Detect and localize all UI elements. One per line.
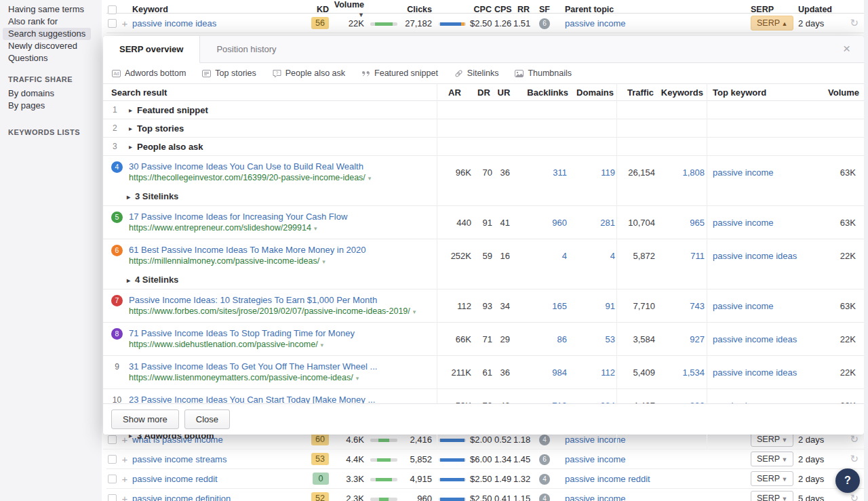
serp-toggle-button[interactable]: SERP [751,471,793,486]
col-header-ar[interactable]: AR [437,87,473,98]
backlinks-link[interactable]: 4 [562,251,567,261]
domains-link[interactable]: 119 [601,167,615,178]
row-checkbox[interactable] [108,494,117,501]
add-to-list-icon[interactable] [117,493,132,501]
sidebar-item-by-domains[interactable]: By domains [3,87,60,100]
keyword-link[interactable]: passive income reddit [132,474,295,484]
top-keyword-link[interactable]: passive income [713,167,774,178]
parent-topic-link[interactable]: passive income [565,494,626,501]
expand-arrow-icon[interactable]: ▸ [127,277,130,284]
top-keyword-link[interactable]: passive income [713,218,774,228]
add-to-list-icon[interactable] [117,18,132,29]
result-url-link[interactable]: https://thecollegeinvestor.com/16399/20-… [129,173,366,182]
serp-toggle-button[interactable]: SERP [751,452,793,466]
keywords-link[interactable]: 1,534 [682,367,705,378]
domains-link[interactable]: 112 [601,367,615,378]
col-header-rr[interactable]: RR [513,5,532,14]
top-keyword-link[interactable]: passive income ideas [713,251,797,261]
group-row-featured-snippet[interactable]: 1 ▸ Featured snippet [103,101,864,119]
top-keyword-link[interactable]: passive income ideas [713,367,797,378]
col-header-dr[interactable]: DR [473,87,495,98]
backlinks-link[interactable]: 984 [552,367,567,378]
col-header-volume[interactable]: Volume [828,87,867,98]
result-url-link[interactable]: https://www.forbes.com/sites/jrose/2019/… [129,306,410,316]
result-title-link[interactable]: 30 Passive Income Ideas You Can Use to B… [129,161,427,172]
result-title-link[interactable]: 31 Passive Income Ideas To Get You Off T… [129,361,427,372]
col-header-parent-topic[interactable]: Parent topic [557,5,751,14]
col-header-volume[interactable]: Volume [332,0,367,19]
url-dropdown-caret[interactable]: ▾ [356,375,359,382]
row-checkbox[interactable] [108,19,117,28]
col-header-updated[interactable]: Updated [798,5,839,14]
sidebar-item-questions[interactable]: Questions [3,52,54,64]
url-dropdown-caret[interactable]: ▾ [368,175,372,182]
url-dropdown-caret[interactable]: ▾ [413,308,416,315]
result-title-link[interactable]: Passive Income Ideas: 10 Strategies To E… [129,294,427,306]
col-header-domains[interactable]: Domains [571,87,616,98]
top-keyword-link[interactable]: passive income ideas [713,334,797,344]
col-header-keyword[interactable]: Keyword [132,5,295,14]
top-keyword-link[interactable]: passive income [713,301,774,311]
expand-arrow-icon[interactable]: ▸ [129,106,132,114]
keyword-link[interactable]: passive income ideas [132,18,295,28]
tab-serp-overview[interactable]: SERP overview [103,36,200,63]
col-header-sf[interactable]: SF [532,5,557,14]
parent-topic-link[interactable]: passive income reddit [565,474,650,484]
url-dropdown-caret[interactable]: ▾ [314,225,317,232]
expand-arrow-icon[interactable]: ▸ [127,193,130,201]
url-dropdown-caret[interactable]: ▾ [321,342,324,348]
domains-link[interactable]: 281 [600,218,615,228]
col-header-backlinks[interactable]: Backlinks [513,87,571,98]
keyword-link[interactable]: passive income definition [132,494,295,501]
keywords-link[interactable]: 1,808 [682,167,705,178]
col-header-cpc[interactable]: CPC [470,5,494,14]
backlinks-link[interactable]: 86 [557,334,567,344]
expand-arrow-icon[interactable]: ▸ [129,143,132,151]
col-header-top-keyword[interactable]: Top keyword [706,87,828,98]
sidebar-item-newly-discovered[interactable]: Newly discovered [3,40,83,52]
result-title-link[interactable]: 17 Passive Income Ideas for Increasing Y… [129,211,427,222]
sidebar-item-having-same-terms[interactable]: Having same terms [3,3,90,16]
result-title-link[interactable]: 71 Passive Income Ideas To Stop Trading … [129,327,427,339]
keywords-link[interactable]: 965 [690,218,705,228]
keywords-link[interactable]: 927 [690,334,705,344]
select-all-checkbox[interactable] [108,5,117,14]
col-header-keywords[interactable]: Keywords [656,87,706,98]
keywords-link[interactable]: 711 [690,251,705,261]
backlinks-link[interactable]: 165 [552,301,567,311]
result-url-link[interactable]: https://www.entrepreneur.com/slideshow/2… [129,223,311,233]
sitelinks-toggle[interactable]: ▸4 Sitelinks [103,272,864,289]
add-to-list-icon[interactable] [117,473,132,485]
row-checkbox[interactable] [108,475,117,483]
row-checkbox[interactable] [108,455,117,464]
backlinks-link[interactable]: 311 [553,167,567,178]
serp-toggle-button[interactable]: SERP [751,16,793,31]
col-header-kd[interactable]: KD [295,5,332,14]
col-header-traffic[interactable]: Traffic [616,87,656,98]
close-icon[interactable]: × [843,41,850,56]
domains-link[interactable]: 53 [606,334,615,344]
keywords-link[interactable]: 743 [690,301,705,311]
vertical-scrollbar[interactable] [864,0,868,501]
sitelinks-toggle[interactable]: ▸3 Sitelinks [103,188,864,206]
show-more-button[interactable]: Show more [111,409,179,429]
backlinks-link[interactable]: 960 [552,218,567,228]
group-row-people-also-ask[interactable]: 3 ▸ People also ask [103,138,864,156]
domains-link[interactable]: 91 [606,301,615,311]
expand-arrow-icon[interactable]: ▸ [129,125,132,132]
sidebar-item-also-rank-for[interactable]: Also rank for [3,16,63,28]
col-header-clicks[interactable]: Clicks [401,5,435,14]
parent-topic-link[interactable]: passive income [565,454,626,464]
result-url-link[interactable]: https://www.sidehustlenation.com/passive… [129,340,318,349]
col-header-ur[interactable]: UR [495,87,513,98]
help-button[interactable]: ? [835,468,860,493]
add-to-list-icon[interactable] [117,454,132,465]
url-dropdown-caret[interactable]: ▾ [322,258,326,265]
sidebar-item-search-suggestions[interactable]: Search suggestions [3,28,91,40]
domains-link[interactable]: 4 [610,251,615,261]
group-row-top-stories[interactable]: 2 ▸ Top stories [103,119,864,138]
close-button[interactable]: Close [184,409,230,429]
result-url-link[interactable]: https://www.listenmoneymatters.com/passi… [129,373,353,382]
tab-position-history[interactable]: Position history [200,36,292,62]
col-header-cps[interactable]: CPS [494,5,513,14]
